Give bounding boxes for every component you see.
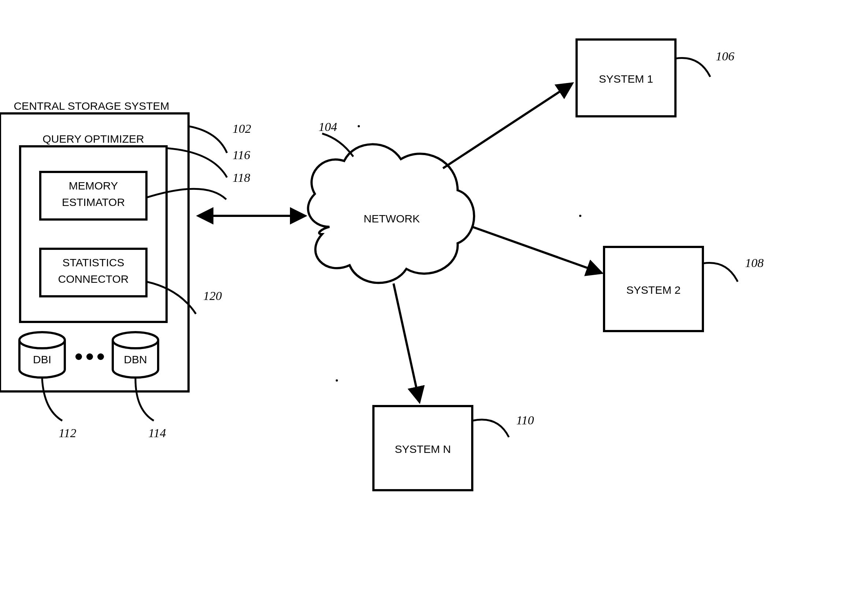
leader-114 — [136, 379, 154, 421]
ref-120: 120 — [203, 289, 222, 303]
statistics-connector: STATISTICS CONNECTOR — [40, 249, 146, 296]
stray-dot — [336, 380, 338, 381]
svg-point-8 — [97, 353, 104, 360]
statistics-connector-label1: STATISTICS — [63, 256, 124, 269]
db1-cylinder: DBI — [19, 332, 65, 378]
leader-108 — [703, 263, 738, 282]
diagram-root: CENTRAL STORAGE SYSTEM QUERY OPTIMIZER M… — [0, 0, 868, 593]
ref-110: 110 — [516, 413, 534, 427]
system1-label: SYSTEM 1 — [599, 73, 653, 85]
ref-116: 116 — [232, 148, 250, 162]
statistics-connector-label2: CONNECTOR — [58, 273, 129, 285]
network-label: NETWORK — [363, 213, 419, 225]
system-1: SYSTEM 1 — [577, 40, 675, 116]
svg-point-5 — [113, 332, 158, 348]
central-storage-system: CENTRAL STORAGE SYSTEM QUERY OPTIMIZER M… — [0, 100, 189, 391]
ref-104: 104 — [319, 120, 337, 134]
svg-point-7 — [86, 353, 93, 360]
leader-112 — [42, 379, 62, 421]
ref-114: 114 — [148, 426, 166, 440]
ref-108: 108 — [745, 256, 764, 269]
systemN-label: SYSTEM N — [395, 443, 451, 455]
leader-110 — [472, 419, 509, 437]
system2-label: SYSTEM 2 — [626, 284, 681, 296]
memory-estimator-label1: MEMORY — [69, 180, 118, 192]
stray-dot — [579, 215, 582, 217]
link-network-system2 — [472, 227, 600, 272]
ref-118: 118 — [232, 171, 250, 184]
svg-point-6 — [75, 353, 82, 360]
ref-112: 112 — [59, 426, 76, 440]
db1-label: DBI — [33, 353, 51, 365]
svg-point-4 — [19, 332, 65, 348]
system-2: SYSTEM 2 — [604, 247, 703, 331]
ref-106: 106 — [716, 49, 734, 63]
query-optimizer-title: QUERY OPTIMIZER — [43, 133, 144, 145]
memory-estimator: MEMORY ESTIMATOR — [40, 172, 146, 219]
memory-estimator-label2: ESTIMATOR — [62, 196, 125, 208]
leader-116 — [167, 148, 227, 177]
dbn-label: DBN — [124, 353, 147, 365]
stray-dot — [358, 125, 360, 127]
leader-102 — [189, 126, 227, 153]
link-network-systemN — [394, 284, 419, 400]
svg-rect-0 — [0, 113, 189, 391]
leader-118 — [146, 189, 226, 199]
dbn-cylinder: DBN — [113, 332, 158, 378]
db-ellipsis-icon — [75, 353, 104, 360]
link-network-system1 — [443, 84, 571, 168]
system-n: SYSTEM N — [373, 406, 472, 490]
query-optimizer: QUERY OPTIMIZER MEMORY ESTIMATOR STATIST… — [20, 133, 167, 322]
leader-106 — [675, 58, 710, 77]
ref-102: 102 — [232, 122, 251, 135]
central-storage-title: CENTRAL STORAGE SYSTEM — [13, 100, 169, 112]
